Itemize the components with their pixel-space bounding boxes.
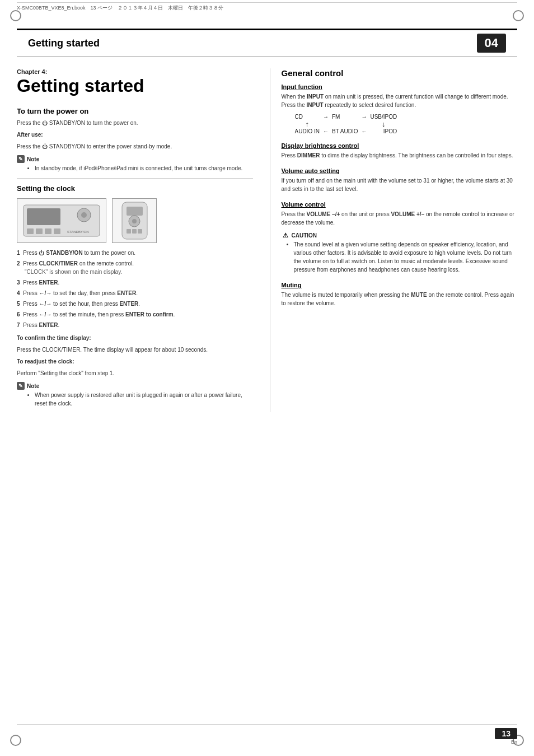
confirm-label: To confirm the time display: bbox=[17, 335, 91, 341]
power-on-body: Press the ⏻ STANDBY/ON to turn the power… bbox=[17, 119, 253, 127]
section-display-brightness: Display brightness control Press DIMMER … bbox=[282, 142, 518, 160]
svg-rect-10 bbox=[127, 207, 143, 216]
flow-cd: CD bbox=[293, 114, 322, 120]
note-label-power: ✎ Note bbox=[17, 155, 253, 163]
file-info: X-SMC00BTB_VXE8_En.book 13 ページ ２０１３年４月４日… bbox=[17, 2, 517, 12]
svg-text:STANDBY/ON: STANDBY/ON bbox=[67, 230, 89, 234]
step-4: 4 Press ←/→ to set the day, then press E… bbox=[17, 289, 253, 297]
section-heading-clock: Setting the clock bbox=[17, 184, 253, 193]
flow-arrow-l1: ← bbox=[322, 128, 330, 134]
step-3: 3 Press ENTER. bbox=[17, 278, 253, 287]
step-2: 2 Press CLOCK/TIMER on the remote contro… bbox=[17, 259, 253, 276]
readjust-body: Perform "Setting the clock" from step 1. bbox=[17, 369, 253, 377]
input-function-body: When the INPUT on main unit is pressed, … bbox=[282, 92, 518, 109]
svg-rect-1 bbox=[27, 208, 60, 225]
section-muting: Muting The volume is muted temporarily w… bbox=[282, 282, 518, 307]
after-use-body: Press the ⏻ STANDBY/ON to enter the powe… bbox=[17, 142, 253, 151]
note-icon-clock: ✎ bbox=[17, 382, 25, 390]
flow-bt-audio: BT AUDIO bbox=[330, 128, 360, 134]
flow-arrow1: → bbox=[322, 114, 330, 120]
note-item: In standby mode, if iPod/iPhone/iPad min… bbox=[35, 164, 253, 172]
header-bar: Getting started 04 bbox=[17, 29, 517, 57]
readjust-label: To readjust the clock: bbox=[17, 358, 74, 365]
device-image: STANDBY/ON bbox=[17, 198, 106, 243]
step-5: 5 Press ←/→ to set the hour, then press … bbox=[17, 300, 253, 308]
section-volume-control: Volume control Press the VOLUME –/+ on t… bbox=[282, 201, 518, 274]
display-brightness-body: Press DIMMER to dims the display brightn… bbox=[282, 151, 518, 160]
flow-fm: FM bbox=[330, 114, 360, 120]
note-label-clock: ✎ Note bbox=[17, 382, 253, 390]
flow-down: ↓ bbox=[368, 120, 399, 128]
muting-body: The volume is muted temporarily when pre… bbox=[282, 291, 518, 307]
step-6: 6 Press ←/→ to set the minute, then pres… bbox=[17, 310, 253, 319]
input-function-heading: Input function bbox=[282, 83, 518, 90]
muting-heading: Muting bbox=[282, 282, 518, 288]
header-title: Getting started bbox=[28, 38, 100, 49]
page-number-badge: 13 bbox=[495, 728, 517, 739]
svg-rect-7 bbox=[54, 228, 60, 234]
section-clock: Setting the clock STANDBY/ON bbox=[17, 184, 253, 408]
page-lang: En bbox=[511, 739, 517, 745]
section-heading-power: To turn the power on bbox=[17, 107, 253, 115]
steps-list: 1 Press ⏻ STANDBY/ON to turn the power o… bbox=[17, 249, 253, 329]
section-turn-power-on: To turn the power on Press the ⏻ STANDBY… bbox=[17, 107, 253, 172]
volume-control-body: Press the VOLUME –/+ on the unit or pres… bbox=[282, 210, 518, 227]
corner-decoration-tl bbox=[10, 10, 21, 21]
section-input-function: Input function When the INPUT on main un… bbox=[282, 83, 518, 134]
flow-arrow-l2: ← bbox=[360, 128, 368, 134]
footer: 13 En bbox=[17, 724, 517, 745]
svg-rect-5 bbox=[36, 228, 43, 234]
confirm-body: Press the CLOCK/TIMER. The time display … bbox=[17, 346, 253, 354]
volume-control-heading: Volume control bbox=[282, 201, 518, 208]
note-content-power: In standby mode, if iPod/iPhone/iPad min… bbox=[17, 164, 253, 172]
flow-usb: USB/IPOD bbox=[368, 114, 399, 120]
device-image-area: STANDBY/ON bbox=[17, 198, 253, 243]
flow-ipod: IPOD bbox=[368, 128, 399, 134]
remote-image bbox=[112, 198, 157, 243]
svg-rect-4 bbox=[27, 228, 34, 234]
svg-rect-15 bbox=[138, 229, 142, 234]
note-item-clock: When power supply is restored after unit… bbox=[35, 391, 253, 408]
after-use-label: After use: bbox=[17, 132, 43, 138]
svg-point-3 bbox=[81, 212, 87, 218]
caution-content: The sound level at a given volume settin… bbox=[282, 240, 518, 274]
general-control-heading: General control bbox=[282, 68, 518, 78]
corner-decoration-tr bbox=[513, 10, 524, 21]
flow-audio-in: AUDIO IN bbox=[293, 128, 322, 134]
note-content-clock: When power supply is restored after unit… bbox=[17, 391, 253, 408]
step-1: 1 Press ⏻ STANDBY/ON to turn the power o… bbox=[17, 249, 253, 257]
caution-item: The sound level at a given volume settin… bbox=[294, 240, 518, 274]
svg-rect-6 bbox=[45, 228, 51, 234]
left-column: Chapter 4: Getting started To turn the p… bbox=[17, 68, 253, 412]
svg-point-12 bbox=[132, 219, 137, 223]
chapter-label: Chapter 4: bbox=[17, 68, 253, 75]
caution-icon: ⚠ bbox=[282, 231, 289, 239]
note-box-clock: ✎ Note When power supply is restored aft… bbox=[17, 382, 253, 408]
volume-auto-body: If you turn off and on the main unit wit… bbox=[282, 176, 518, 193]
flow-up: ↑ bbox=[293, 120, 322, 128]
caution-box: ⚠ CAUTION The sound level at a given vol… bbox=[282, 231, 518, 274]
step-7: 7 Press ENTER. bbox=[17, 321, 253, 329]
right-column: General control Input function When the … bbox=[270, 68, 518, 412]
main-content: Chapter 4: Getting started To turn the p… bbox=[17, 68, 517, 412]
volume-auto-heading: Volume auto setting bbox=[282, 167, 518, 174]
note-box-power: ✎ Note In standby mode, if iPod/iPhone/i… bbox=[17, 155, 253, 172]
section-volume-auto: Volume auto setting If you turn off and … bbox=[282, 167, 518, 193]
caution-label: ⚠ CAUTION bbox=[282, 231, 518, 239]
display-brightness-heading: Display brightness control bbox=[282, 142, 518, 149]
chapter-heading: Getting started bbox=[17, 76, 253, 96]
input-flow-diagram: CD → FM → USB/IPOD ↑ ↓ AUDIO IN bbox=[293, 114, 518, 134]
chapter-number-badge: 04 bbox=[477, 34, 506, 53]
note-icon: ✎ bbox=[17, 155, 25, 163]
divider-1 bbox=[17, 178, 253, 179]
footer-right: 13 En bbox=[495, 728, 517, 745]
flow-arrow2: → bbox=[360, 114, 368, 120]
svg-rect-13 bbox=[127, 229, 131, 234]
svg-rect-14 bbox=[132, 229, 137, 234]
